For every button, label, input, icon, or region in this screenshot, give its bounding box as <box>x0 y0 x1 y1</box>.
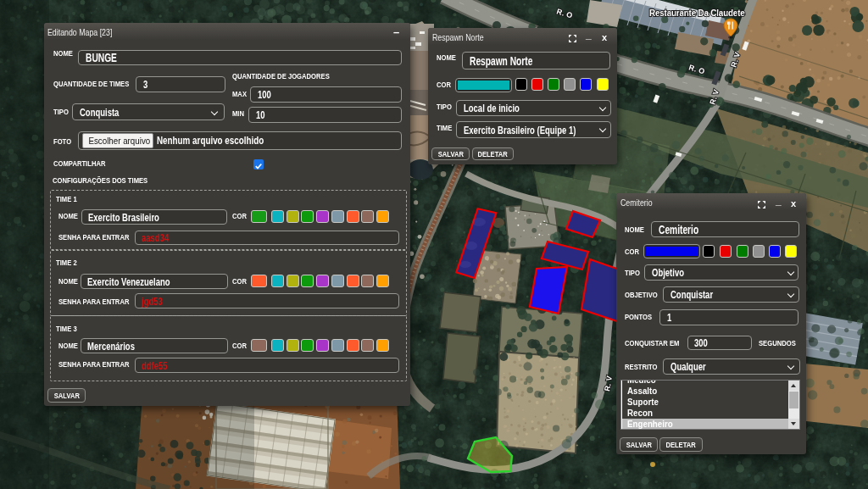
svg-text:Restaurante Da Claudete: Restaurante Da Claudete <box>649 8 745 18</box>
